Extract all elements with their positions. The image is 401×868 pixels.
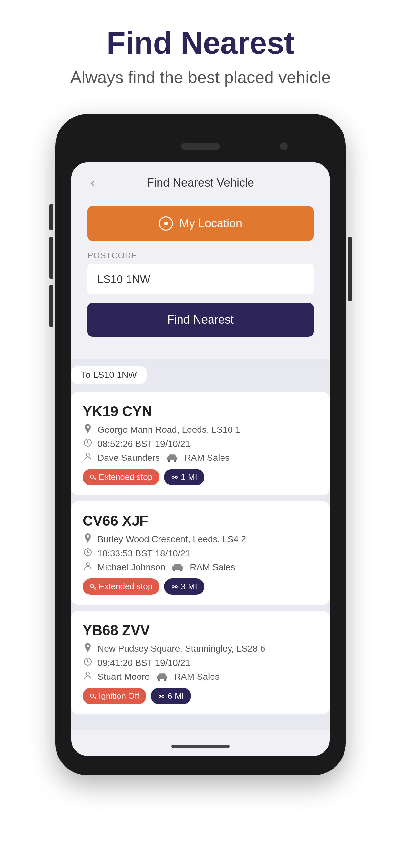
vehicle-time-row-0: 08:52:26 BST 19/10/21: [83, 438, 318, 449]
vehicle-reg-1: CV66 XJF: [83, 513, 318, 529]
vehicle-address-row-1: Burley Wood Crescent, Leeds, LS4 2: [83, 533, 318, 545]
phone-bottom: [71, 737, 330, 756]
phone-wrapper: ‹ Find Nearest Vehicle My Location POSTC…: [55, 114, 346, 775]
distance-icon-1: [171, 583, 178, 590]
phone-side-btn-volume-down1: [50, 237, 53, 279]
vehicle-address-2: New Pudsey Square, Stanningley, LS28 6: [97, 644, 265, 654]
page-title: Find Nearest: [19, 26, 382, 60]
vehicle-status-badge-2: Ignition Off: [83, 688, 146, 704]
vehicle-company-0: RAM Sales: [184, 453, 229, 463]
vehicle-time-0: 08:52:26 BST 19/10/21: [97, 439, 190, 449]
svg-point-17: [86, 672, 89, 675]
clock-icon-0: [83, 438, 93, 449]
clock-icon-2: [83, 657, 93, 668]
app-nav: ‹ Find Nearest Vehicle: [71, 162, 330, 199]
svg-point-7: [175, 476, 177, 478]
svg-rect-2: [167, 457, 177, 461]
clock-icon-1: [83, 548, 93, 559]
car-icon-1: [172, 563, 183, 571]
vehicle-company-2: RAM Sales: [174, 672, 220, 682]
app-body: My Location POSTCODE Find Nearest: [71, 199, 330, 360]
vehicle-status-badge-0: Extended stop: [83, 469, 159, 485]
vehicle-time-2: 09:41:20 BST 19/10/21: [97, 658, 190, 668]
phone-frame: ‹ Find Nearest Vehicle My Location POSTC…: [55, 114, 346, 775]
svg-point-14: [172, 586, 174, 588]
results-section: To LS10 1NW YK19 CYN George Mann Road, L…: [71, 360, 330, 730]
svg-rect-18: [157, 676, 167, 679]
vehicle-driver-0: Dave Saunders: [97, 453, 160, 463]
vehicle-status-badge-1: Extended stop: [83, 578, 159, 595]
vehicle-badges-2: Ignition Off 6 MI: [83, 688, 318, 704]
postcode-input[interactable]: [88, 264, 313, 294]
key-icon-1: [90, 584, 96, 590]
location-pin-icon-0: [83, 424, 93, 435]
vehicle-driver-2: Stuart Moore: [97, 672, 150, 682]
distance-icon-0: [171, 474, 178, 481]
phone-top-bar: [71, 133, 330, 159]
svg-point-9: [86, 562, 89, 566]
vehicle-time-row-2: 09:41:20 BST 19/10/21: [83, 657, 318, 668]
svg-point-23: [162, 695, 164, 697]
phone-speaker: [181, 143, 220, 150]
results-destination-tag: To LS10 1NW: [71, 366, 147, 384]
vehicle-distance-badge-2: 6 MI: [151, 688, 191, 704]
vehicle-driver-row-0: Dave Saunders RAM Sales: [83, 453, 318, 463]
vehicle-badges-0: Extended stop 1 MI: [83, 469, 318, 485]
vehicle-time-row-1: 18:33:53 BST 18/10/21: [83, 548, 318, 559]
postcode-label: POSTCODE: [88, 251, 313, 260]
vehicle-address-0: George Mann Road, Leeds, LS10 1: [97, 425, 240, 435]
svg-point-22: [159, 695, 161, 697]
svg-point-6: [172, 476, 174, 478]
car-icon-2: [156, 673, 168, 681]
vehicle-distance-badge-1: 3 MI: [164, 578, 204, 595]
my-location-button[interactable]: My Location: [88, 206, 313, 241]
svg-rect-10: [173, 566, 183, 570]
find-nearest-button-text: Find Nearest: [167, 313, 234, 326]
key-icon-0: [90, 474, 96, 480]
app-nav-title: Find Nearest Vehicle: [147, 176, 254, 190]
vehicle-address-row-2: New Pudsey Square, Stanningley, LS28 6: [83, 643, 318, 654]
vehicle-card-0[interactable]: YK19 CYN George Mann Road, Leeds, LS10 1…: [71, 392, 330, 495]
results-tag-wrapper: To LS10 1NW: [71, 366, 330, 392]
vehicle-driver-row-1: Michael Johnson RAM Sales: [83, 562, 318, 572]
phone-screen: ‹ Find Nearest Vehicle My Location POSTC…: [71, 162, 330, 756]
vehicle-reg-2: YB68 ZVV: [83, 622, 318, 639]
phone-side-btn-volume-down2: [50, 285, 53, 327]
person-icon-0: [83, 453, 93, 463]
my-location-button-text: My Location: [180, 217, 242, 230]
vehicle-driver-row-2: Stuart Moore RAM Sales: [83, 671, 318, 682]
vehicle-driver-1: Michael Johnson: [97, 562, 165, 572]
vehicle-cards-container: YK19 CYN George Mann Road, Leeds, LS10 1…: [71, 392, 330, 714]
vehicle-time-1: 18:33:53 BST 18/10/21: [97, 548, 190, 559]
vehicle-address-row-0: George Mann Road, Leeds, LS10 1: [83, 424, 318, 435]
vehicle-address-1: Burley Wood Crescent, Leeds, LS4 2: [97, 534, 246, 545]
vehicle-reg-0: YK19 CYN: [83, 403, 318, 420]
vehicle-card-1[interactable]: CV66 XJF Burley Wood Crescent, Leeds, LS…: [71, 501, 330, 604]
header-section: Find Nearest Always find the best placed…: [0, 0, 401, 101]
vehicle-company-1: RAM Sales: [190, 562, 235, 572]
location-pin-icon-2: [83, 643, 93, 654]
page-subtitle: Always find the best placed vehicle: [19, 66, 382, 89]
back-button[interactable]: ‹: [88, 172, 98, 193]
car-icon-0: [166, 454, 178, 462]
phone-side-btn-power: [348, 237, 351, 301]
find-nearest-button[interactable]: Find Nearest: [88, 303, 313, 337]
phone-camera: [280, 143, 288, 150]
svg-point-15: [175, 586, 177, 588]
key-icon-2: [90, 693, 96, 700]
vehicle-badges-1: Extended stop 3 MI: [83, 578, 318, 595]
distance-icon-2: [158, 693, 165, 700]
vehicle-distance-badge-0: 1 MI: [164, 469, 204, 485]
phone-home-indicator: [172, 745, 229, 748]
svg-point-1: [86, 453, 89, 456]
location-pin-icon-1: [83, 533, 93, 545]
location-icon: [159, 216, 173, 230]
vehicle-card-2[interactable]: YB68 ZVV New Pudsey Square, Stanningley,…: [71, 611, 330, 714]
person-icon-2: [83, 671, 93, 682]
person-icon-1: [83, 562, 93, 572]
phone-side-btn-volume-up: [50, 205, 53, 230]
